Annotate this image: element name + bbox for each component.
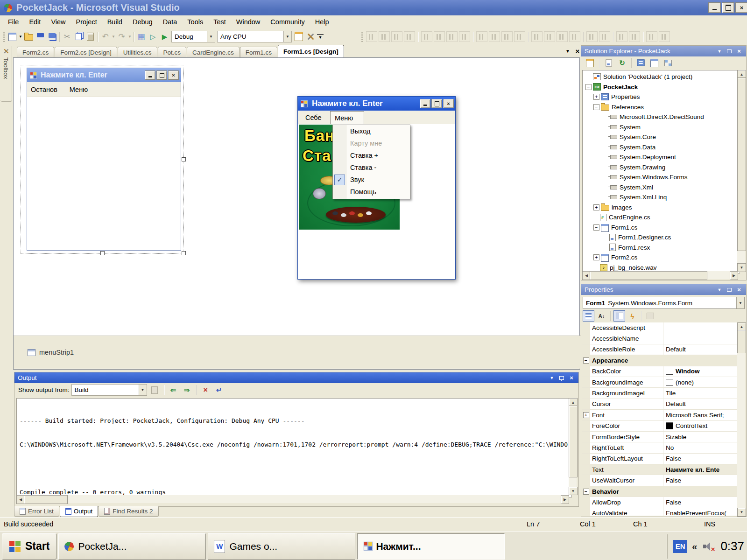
save-all-button[interactable] [46,31,58,42]
toolbar-overflow-button[interactable]: ▾ [317,34,324,40]
tree-item-form1-designer[interactable]: Form1.Designer.cs [585,232,740,243]
properties-vscrollbar[interactable]: ▲ ▼ [737,322,745,516]
minimize-button[interactable] [708,2,721,13]
property-row[interactable]: RightToLeftLayoutFalse [582,454,737,464]
window-position-menu-button[interactable]: ▼ [548,374,556,381]
alphabetical-button[interactable]: A↓ [596,310,607,322]
volume-muted-icon[interactable]: × [702,541,714,552]
tab-error-list[interactable]: Error List [14,506,59,517]
solution-explorer-header[interactable]: Solution Explorer - PocketJack ▼ × [581,46,746,56]
property-row[interactable]: BackgroundImage(none) [582,377,737,388]
property-value[interactable] [663,322,737,333]
designer-minimize-button[interactable] [145,70,155,80]
menu-test[interactable]: Test [208,15,231,28]
solution-tree[interactable]: Solution 'PocketJack' (1 project) −Pocke… [582,70,740,273]
view-designer-button[interactable] [648,57,660,69]
object-selector-combo[interactable]: Form1 System.Windows.Forms.Form ▼ [583,297,745,309]
tab-form2-cs-design[interactable]: Form2.cs [Design] [55,47,117,57]
property-grid[interactable]: AccessibleDescript AccessibleName Access… [582,322,737,516]
output-hscrollbar[interactable]: ◀ ▶ [16,495,568,503]
previous-message-button[interactable]: ⇐ [168,385,179,396]
tree-item-reference[interactable]: Microsoft.DirectX.DirectSound [585,112,740,122]
property-value[interactable]: Нажмите кл. Ente [663,464,737,475]
auto-hide-pin-button[interactable] [726,286,733,293]
property-name[interactable]: AllowDrop [590,497,663,507]
tree-item-form1[interactable]: −Form1.cs [585,223,740,233]
resize-handle-corner[interactable] [182,251,186,255]
property-row[interactable]: UseWaitCursorFalse [582,475,737,486]
tab-form2-cs[interactable]: Form2.cs [17,47,54,57]
property-name[interactable]: UseWaitCursor [590,475,663,485]
categorized-button[interactable] [583,310,594,322]
tab-utilities-cs[interactable]: Utilities.cs [118,47,157,57]
tab-cardengine-cs[interactable]: CardEngine.cs [187,47,240,57]
taskbar-button-app[interactable]: Нажмит... [357,533,505,560]
property-row[interactable]: AllowDropFalse [582,497,737,508]
show-all-files-button[interactable] [603,57,614,69]
auto-hide-pin-button[interactable] [726,48,733,55]
menu-window[interactable]: Window [231,15,266,28]
expand-expander[interactable]: + [593,204,599,210]
tab-output[interactable]: Output [60,506,99,517]
solution-configurations-combo[interactable]: Debug ▼ [171,31,215,42]
refresh-button[interactable]: ↻ [616,57,628,69]
collapse-expander[interactable]: − [593,104,599,110]
tree-item-images-folder[interactable]: +images [585,203,740,213]
property-row[interactable]: BackgroundImageLTile [582,388,737,399]
expand-expander[interactable]: + [583,412,589,418]
tree-item-reference[interactable]: System.Xml [585,182,740,193]
property-value[interactable]: No [663,442,737,453]
property-value[interactable]: Tile [663,388,737,398]
view-class-diagram-button[interactable] [662,57,674,69]
chevron-down-icon[interactable]: ▼ [736,297,744,308]
designer-menu-menyu[interactable]: Меню [70,86,88,93]
menu-item-pomoshch[interactable]: Помощь [333,186,410,198]
tree-item-cardengine[interactable]: CardEngine.cs [585,212,740,223]
open-file-button[interactable] [23,31,35,42]
app-maximize-button[interactable] [431,99,442,108]
properties-close-button[interactable]: × [735,286,743,293]
tree-item-solution[interactable]: Solution 'PocketJack' (1 project) [585,72,740,82]
solution-tree-hscrollbar[interactable]: ◀ ▶ [582,271,737,279]
tab-form1-cs[interactable]: Form1.cs [240,47,277,57]
expand-expander[interactable]: + [593,254,599,260]
property-value[interactable]: Sizable [663,432,737,442]
tree-item-reference[interactable]: System.Core [585,132,740,142]
component-tray-item[interactable]: menuStrip1 [39,349,74,356]
tree-item-references[interactable]: −References [585,102,740,112]
property-row[interactable]: RightToLeftNo [582,442,737,453]
property-name[interactable]: RightToLeft [590,442,663,453]
property-value[interactable]: False [663,475,737,485]
properties-header[interactable]: Properties ▼ × [581,284,746,295]
property-name[interactable]: AccessibleRole [590,344,663,355]
next-message-button[interactable]: ⇒ [181,385,193,396]
designer-form[interactable]: Нажмите кл. Enter × Останов Меню [27,68,181,251]
tab-list-dropdown-button[interactable]: ▼ [563,49,572,54]
properties-view-button[interactable] [613,310,625,322]
clear-all-button[interactable]: × [200,385,211,396]
app-minimize-button[interactable] [420,99,430,108]
expand-expander[interactable]: + [593,94,599,100]
close-button[interactable]: × [735,2,747,13]
tab-form1-cs-design[interactable]: Form1.cs [Design] [278,45,344,57]
property-name[interactable]: BackColor [590,366,663,377]
designer-menu-ostanov[interactable]: Останов [31,86,57,93]
property-row[interactable]: AccessibleName [582,333,737,344]
property-row[interactable]: AccessibleDescript [582,322,737,333]
resize-handle-right[interactable] [182,157,186,161]
start-debugging-button[interactable]: ▶ [159,31,170,42]
properties-window-button[interactable] [293,31,304,42]
menu-debug[interactable]: Debug [127,15,158,28]
app-window[interactable]: Нажмите кл. Enter × Себе Меню Бан Ста [297,96,456,280]
build-button[interactable]: ▦ [135,31,147,42]
scroll-down-button[interactable]: ▼ [569,487,578,495]
new-item-dropdown[interactable]: ▼ [18,35,23,39]
menu-community[interactable]: Community [265,15,310,28]
menu-edit[interactable]: Edit [24,15,46,28]
designer-close-button[interactable]: × [168,70,179,80]
output-text-area[interactable]: ------ Build started: Project: PocketJac… [16,398,572,497]
property-category-row[interactable]: −Appearance [582,355,737,366]
tree-item-reference[interactable]: System [585,122,740,133]
property-name[interactable]: FormBorderStyle [590,432,663,442]
app-menu-sebe[interactable]: Себе [302,112,325,123]
